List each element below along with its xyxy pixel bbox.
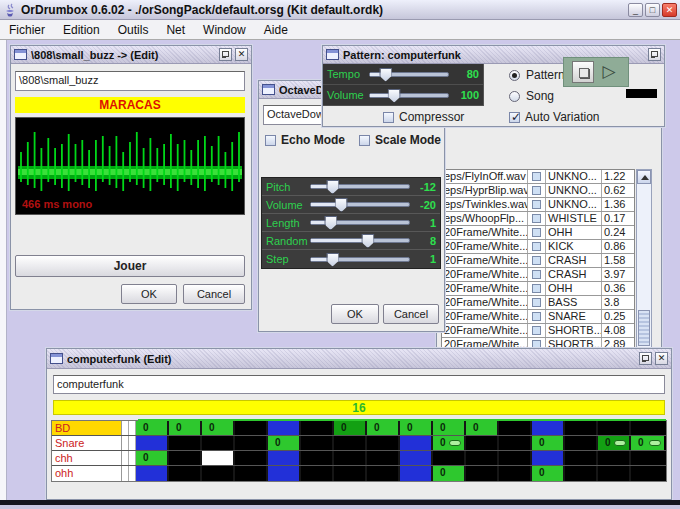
step-cell[interactable] (367, 436, 400, 450)
step-cell[interactable]: 0 (400, 421, 433, 435)
sample-checkbox-cell[interactable] (528, 324, 546, 337)
slider[interactable] (310, 220, 410, 225)
pattern-radio[interactable] (509, 70, 520, 81)
close-icon[interactable]: ✕ (655, 352, 668, 365)
step-cell[interactable] (466, 436, 499, 450)
minimize-button[interactable]: _ (628, 3, 643, 17)
sample-type[interactable]: OHH (546, 226, 602, 239)
sample-row[interactable]: 20Frame/White... SNARE 0.25 (442, 310, 634, 324)
sample-row[interactable]: 20Frame/White... CRASH 3.97 (442, 268, 634, 282)
sample-checkbox[interactable] (532, 256, 541, 265)
sample-file[interactable]: eps/FlyInOff.wav (442, 170, 528, 183)
step-cell[interactable] (499, 451, 532, 465)
step-cell[interactable] (532, 421, 565, 435)
sample-row[interactable]: 20Frame/White... CRASH 1.58 (442, 254, 634, 268)
step-cell[interactable]: 0 (433, 436, 466, 450)
step-cell[interactable] (499, 466, 532, 481)
sample-type[interactable]: CRASH (546, 268, 602, 281)
sample-checkbox[interactable] (532, 270, 541, 279)
sample-type[interactable]: SHORTB... (546, 324, 602, 337)
step-cell[interactable]: 0 (367, 421, 400, 435)
sample-checkbox[interactable] (532, 186, 541, 195)
step-cell[interactable] (301, 421, 334, 435)
sample-type[interactable]: UNKNO... (546, 170, 602, 183)
sample-checkbox[interactable] (532, 312, 541, 321)
step-cell[interactable] (169, 451, 202, 465)
sample-type[interactable]: BASS (546, 296, 602, 309)
step-cell[interactable] (169, 436, 202, 450)
scroll-up-icon[interactable] (637, 170, 651, 184)
sample-type[interactable]: UNKNO... (546, 198, 602, 211)
step-cell[interactable] (367, 466, 400, 481)
sample-row[interactable]: eps/FlyInOff.wav UNKNO... 1.22 (442, 170, 634, 184)
sample-name-input[interactable]: \808\small_buzz (15, 71, 245, 91)
sample-checkbox[interactable] (532, 284, 541, 293)
step-cell[interactable] (301, 466, 334, 481)
step-cell[interactable] (334, 451, 367, 465)
compressor-checkbox[interactable] (383, 112, 394, 123)
step-cell[interactable] (268, 451, 301, 465)
ok-button[interactable]: OK (121, 284, 177, 304)
sample-checkbox-cell[interactable] (528, 184, 546, 197)
restore-icon[interactable] (639, 352, 652, 365)
sample-row[interactable]: 20Frame/White... SHORTB... 4.08 (442, 324, 634, 338)
step-cell[interactable] (532, 451, 565, 465)
track-label[interactable]: chh (52, 451, 122, 465)
sample-row[interactable]: 20Frame/White... KICK 0.86 (442, 240, 634, 254)
echo-mode-checkbox[interactable] (265, 135, 276, 146)
close-button[interactable]: ✕ (662, 3, 677, 17)
step-cell[interactable]: 0 (136, 451, 169, 465)
sample-checkbox-cell[interactable] (528, 212, 546, 225)
step-widget[interactable] (649, 440, 661, 446)
step-cell[interactable] (598, 421, 631, 435)
step-cell[interactable] (334, 436, 367, 450)
step-cell[interactable] (466, 466, 499, 481)
step-cell[interactable] (367, 451, 400, 465)
sample-file[interactable]: eps/WhoopFlp... (442, 212, 528, 225)
sample-checkbox[interactable] (532, 298, 541, 307)
cancel-button[interactable]: Cancel (383, 304, 439, 324)
step-cell[interactable] (598, 466, 631, 481)
sample-file[interactable]: 20Frame/White... (442, 226, 528, 239)
step-cell[interactable]: 0 (532, 466, 565, 481)
restore-icon[interactable] (648, 48, 661, 61)
step-cell[interactable] (235, 451, 268, 465)
sample-file[interactable]: 20Frame/White... (442, 268, 528, 281)
slider[interactable] (310, 202, 410, 207)
track-mini-cell[interactable] (122, 436, 129, 450)
step-widget[interactable] (614, 440, 626, 446)
close-icon[interactable]: ✕ (235, 48, 248, 61)
step-cell[interactable] (565, 466, 598, 481)
sample-checkbox-cell[interactable] (528, 240, 546, 253)
step-cell[interactable] (301, 451, 334, 465)
sample-row[interactable]: 20Frame/White... OHH 0.36 (442, 282, 634, 296)
slider-thumb[interactable] (326, 180, 339, 194)
auto-variation-checkbox[interactable] (509, 112, 520, 123)
step-cell[interactable] (235, 436, 268, 450)
scale-mode-checkbox[interactable] (359, 135, 370, 146)
step-cell[interactable] (631, 451, 664, 465)
sample-row[interactable]: 20Frame/White... BASS 3.8 (442, 296, 634, 310)
play-button[interactable]: ▷ (598, 61, 620, 83)
tempo-slider[interactable] (369, 72, 449, 77)
maximize-button[interactable]: □ (645, 3, 660, 17)
slider-thumb[interactable] (361, 234, 374, 248)
sample-checkbox[interactable] (532, 228, 541, 237)
pattern-editor-titlebar[interactable]: computerfunk (Edit) ✕ (47, 349, 671, 369)
track-label[interactable]: ohh (52, 466, 122, 481)
track-mini-cell[interactable] (122, 421, 129, 435)
step-cell[interactable]: 0 (433, 466, 466, 481)
step-cell[interactable]: 0 (136, 421, 169, 435)
pattern-name-input[interactable]: computerfunk (53, 375, 665, 394)
sample-file[interactable]: eps/HyprBlip.wav (442, 184, 528, 197)
step-cell[interactable] (598, 451, 631, 465)
menu-item[interactable]: Fichier (0, 21, 54, 39)
step-cell[interactable]: 0 (433, 421, 466, 435)
step-cell[interactable] (433, 451, 466, 465)
step-cell[interactable] (565, 436, 598, 450)
step-cell[interactable] (631, 421, 664, 435)
menu-item[interactable]: Aide (255, 21, 297, 39)
slider-thumb[interactable] (324, 216, 337, 230)
step-cell[interactable] (235, 421, 268, 435)
sample-checkbox[interactable] (532, 200, 541, 209)
